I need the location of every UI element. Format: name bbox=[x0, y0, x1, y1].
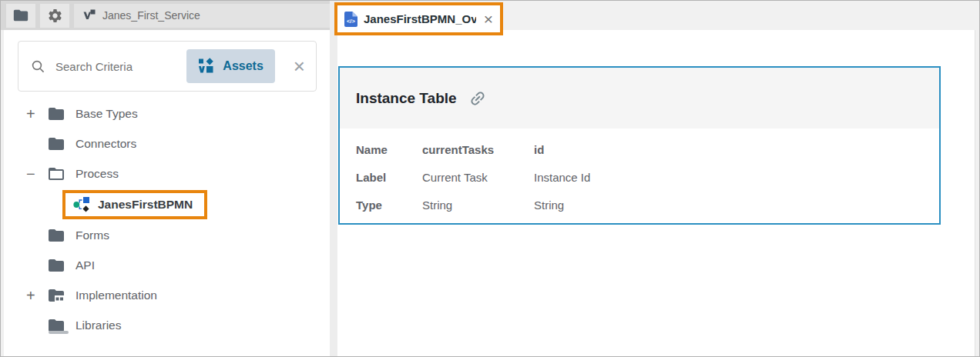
tree-item-connectors[interactable]: Connectors bbox=[1, 128, 330, 158]
tree-item-base-types[interactable]: + Base Types bbox=[1, 98, 330, 128]
assets-chip-label: Assets bbox=[223, 59, 263, 73]
tree-item-label: Base Types bbox=[76, 107, 138, 121]
expand-icon[interactable]: + bbox=[26, 106, 45, 122]
folder-icon bbox=[12, 7, 29, 24]
field-name: currentTasks bbox=[422, 135, 534, 163]
row-header-name: Name bbox=[356, 135, 422, 163]
folder-open-icon bbox=[47, 165, 65, 183]
tree-item-label: Process bbox=[76, 167, 119, 181]
folder-icon bbox=[47, 256, 65, 275]
gear-icon bbox=[47, 8, 63, 24]
instance-table-card[interactable]: Instance Table Name currentTasks id Labe… bbox=[338, 66, 941, 225]
vertical-scrollbar-track[interactable] bbox=[975, 30, 980, 356]
service-tab[interactable]: Janes_First_Service bbox=[74, 4, 330, 28]
editor-tab-label: JanesFirstBPMN_Ov... bbox=[364, 12, 476, 25]
tree-item-label: Forms bbox=[76, 229, 109, 242]
service-tab-label: Janes_First_Service bbox=[102, 9, 200, 22]
folder-implementation-icon bbox=[47, 286, 65, 305]
code-glyph: </> bbox=[347, 17, 355, 24]
field-label: Instance Id bbox=[534, 163, 939, 191]
panel-divider[interactable] bbox=[330, 1, 337, 356]
settings-button[interactable] bbox=[40, 4, 69, 28]
horizontal-scrollbar-thumb[interactable] bbox=[49, 331, 69, 334]
app-window: Janes_First_Service Search Criteria Asse… bbox=[0, 0, 980, 357]
tree-item-process[interactable]: − Process bbox=[1, 158, 330, 189]
collapse-icon[interactable]: − bbox=[26, 166, 45, 182]
tree-item-janesfirstbpmn[interactable]: JanesFirstBPMN bbox=[1, 189, 330, 220]
folder-icon bbox=[47, 105, 65, 123]
field-type: String bbox=[534, 191, 939, 219]
tree-item-label: API bbox=[76, 259, 95, 272]
tree-item-label: Connectors bbox=[76, 137, 136, 151]
left-toolbar: Janes_First_Service bbox=[1, 1, 330, 30]
link-icon[interactable] bbox=[468, 89, 487, 108]
annotation-highlight-box[interactable]: JanesFirstBPMN bbox=[62, 190, 207, 219]
asset-tree: + Base Types Connectors − Process bbox=[1, 98, 330, 340]
search-icon bbox=[31, 59, 45, 74]
tree-item-libraries[interactable]: Libraries bbox=[1, 310, 330, 340]
folder-icon bbox=[47, 226, 65, 245]
folder-icon bbox=[47, 135, 65, 153]
row-header-type: Type bbox=[356, 191, 422, 219]
row-header-label: Label bbox=[356, 163, 422, 191]
open-folder-button[interactable] bbox=[6, 4, 35, 28]
instance-table-header: Instance Table bbox=[340, 68, 939, 128]
tree-item-label: JanesFirstBPMN bbox=[98, 198, 193, 212]
search-input[interactable]: Search Criteria bbox=[55, 60, 186, 73]
instance-table-body: Name currentTasks id Label Current Task … bbox=[340, 128, 939, 219]
field-name: id bbox=[534, 135, 939, 163]
expand-icon[interactable]: + bbox=[26, 288, 45, 303]
service-icon bbox=[83, 9, 96, 22]
editor-tab-janesfirstbpmn-overview[interactable]: </> JanesFirstBPMN_Ov... × bbox=[334, 2, 503, 35]
code-file-icon: </> bbox=[344, 12, 357, 27]
tree-item-label: Implementation bbox=[76, 289, 157, 302]
close-tab-icon[interactable]: × bbox=[482, 11, 495, 27]
tree-item-forms[interactable]: Forms bbox=[1, 220, 330, 250]
tree-item-api[interactable]: API bbox=[1, 250, 330, 280]
field-type: String bbox=[422, 191, 534, 219]
bpmn-process-icon bbox=[73, 196, 90, 213]
clear-search-icon[interactable]: × bbox=[294, 56, 305, 76]
instance-table-title: Instance Table bbox=[356, 90, 457, 107]
instance-table-grid: Name currentTasks id Label Current Task … bbox=[356, 135, 939, 219]
field-label: Current Task bbox=[422, 163, 534, 191]
search-box[interactable]: Search Criteria Assets × bbox=[18, 41, 317, 92]
assets-filter-chip[interactable]: Assets bbox=[186, 49, 274, 83]
tree-item-implementation[interactable]: + Implementation bbox=[1, 280, 330, 310]
tree-item-label: Libraries bbox=[76, 319, 121, 332]
assets-icon bbox=[198, 58, 215, 75]
